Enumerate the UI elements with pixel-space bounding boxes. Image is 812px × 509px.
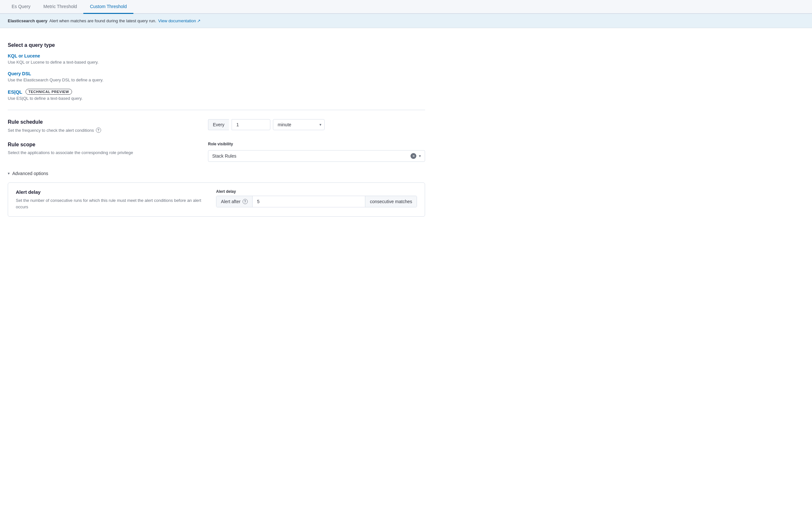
advanced-options-label: Advanced options (12, 171, 48, 176)
alert-delay-left: Alert delay Set the number of consecutiv… (16, 189, 203, 210)
alert-delay-title: Alert delay (16, 189, 203, 195)
rule-schedule-title: Rule schedule (8, 119, 195, 125)
advanced-options-chevron-icon: ▾ (8, 171, 10, 176)
rule-scope-right: Role visibility Stack Rules ✕ ▾ (208, 142, 425, 162)
rule-scope-title: Rule scope (8, 142, 195, 147)
alert-delay-section: Alert delay Set the number of consecutiv… (8, 182, 425, 217)
info-bar-description: Alert when matches are found during the … (49, 19, 156, 23)
rule-schedule-desc: Set the frequency to check the alert con… (8, 128, 195, 133)
role-visibility-chevron-icon: ▾ (419, 154, 421, 158)
esql-row: ES|QL TECHNICAL PREVIEW (8, 89, 425, 95)
esql-technical-preview-badge: TECHNICAL PREVIEW (26, 89, 72, 95)
advanced-options-toggle[interactable]: ▾ Advanced options (8, 171, 425, 176)
kql-lucene-desc: Use KQL or Lucene to define a text-based… (8, 60, 425, 65)
frequency-value-input[interactable] (232, 119, 270, 130)
tabs-bar: Es Query Metric Threshold Custom Thresho… (0, 0, 812, 14)
info-bar: Elasticsearch query Alert when matches a… (0, 14, 812, 28)
rule-schedule-section: Rule schedule Set the frequency to check… (8, 119, 425, 133)
query-dsl-option: Query DSL Use the Elasticsearch Query DS… (8, 71, 425, 82)
frequency-unit-select[interactable]: second minute hour day (273, 119, 325, 130)
rule-scope-left: Rule scope Select the applications to as… (8, 142, 195, 155)
kql-lucene-option: KQL or Lucene Use KQL or Lucene to defin… (8, 53, 425, 65)
role-visibility-label: Role visibility (208, 142, 425, 146)
every-label: Every (208, 119, 229, 130)
frequency-unit-wrapper: second minute hour day ▾ (273, 119, 325, 130)
external-link-icon: ↗ (197, 19, 201, 23)
section-divider-1 (8, 110, 425, 110)
role-visibility-clear-icon[interactable]: ✕ (410, 153, 416, 159)
alert-after-row: Alert after ? consecutive matches (216, 196, 417, 207)
tab-custom-threshold[interactable]: Custom Threshold (83, 0, 133, 14)
tab-es-query[interactable]: Es Query (5, 0, 37, 14)
alert-delay-desc: Set the number of consecutive runs for w… (16, 197, 203, 210)
alert-delay-label: Alert delay (216, 189, 417, 194)
view-documentation-link[interactable]: View documentation ↗ (158, 19, 201, 23)
role-visibility-combobox[interactable]: Stack Rules ✕ ▾ (208, 150, 425, 162)
info-bar-label: Elasticsearch query (8, 19, 47, 23)
alert-after-prefix: Alert after ? (216, 196, 252, 207)
rule-schedule-help-icon[interactable]: ? (96, 128, 101, 133)
rule-schedule-right: Every second minute hour day ▾ (208, 119, 425, 130)
rule-schedule-left: Rule schedule Set the frequency to check… (8, 119, 195, 133)
kql-lucene-link[interactable]: KQL or Lucene (8, 53, 425, 59)
esql-label[interactable]: ES|QL (8, 89, 22, 95)
alert-delay-inner: Alert delay Set the number of consecutiv… (16, 189, 417, 210)
consecutive-matches-label: consecutive matches (365, 196, 417, 207)
schedule-inputs: Every second minute hour day ▾ (208, 119, 425, 130)
rule-scope-desc: Select the applications to associate the… (8, 150, 195, 155)
query-dsl-desc: Use the Elasticsearch Query DSL to defin… (8, 77, 425, 82)
tab-metric-threshold[interactable]: Metric Threshold (37, 0, 83, 14)
query-dsl-link[interactable]: Query DSL (8, 71, 425, 76)
alert-after-help-icon[interactable]: ? (243, 199, 248, 204)
alert-after-label: Alert after (221, 199, 241, 204)
esql-desc: Use ES|QL to define a text-based query. (8, 96, 425, 101)
alert-delay-right: Alert delay Alert after ? consecutive ma… (216, 189, 417, 207)
rule-scope-section: Rule scope Select the applications to as… (8, 142, 425, 162)
esql-option: ES|QL TECHNICAL PREVIEW Use ES|QL to def… (8, 89, 425, 101)
main-content: Select a query type KQL or Lucene Use KQ… (0, 28, 433, 217)
role-visibility-value: Stack Rules (212, 154, 408, 159)
select-query-type-title: Select a query type (8, 42, 425, 48)
alert-after-input[interactable] (252, 196, 365, 207)
